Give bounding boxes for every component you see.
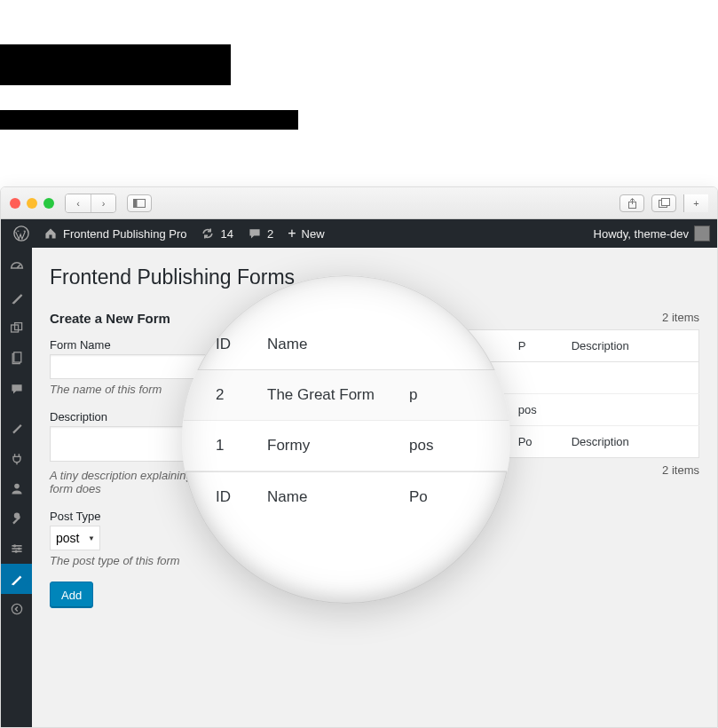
menu-posts[interactable] bbox=[1, 283, 32, 313]
menu-dashboard[interactable] bbox=[1, 253, 32, 283]
menu-settings[interactable] bbox=[1, 534, 32, 564]
mag-col-name-header: Name bbox=[267, 336, 409, 353]
svg-point-10 bbox=[14, 484, 20, 489]
svg-rect-9 bbox=[13, 352, 20, 362]
cell-description bbox=[563, 394, 699, 426]
magnifier-overlay: ID Name 2 The Great Form p 1 Formy pos I… bbox=[182, 275, 510, 604]
cell-description bbox=[563, 362, 699, 394]
updates-count: 14 bbox=[220, 227, 233, 241]
svg-point-15 bbox=[17, 547, 20, 550]
wordpress-icon bbox=[13, 226, 29, 241]
wp-logo-menu[interactable] bbox=[6, 219, 36, 248]
menu-media[interactable] bbox=[1, 313, 32, 344]
mag-col-name-footer: Name bbox=[267, 488, 409, 506]
redacted-subtitle-bar bbox=[0, 110, 298, 130]
mag-cell-id: 1 bbox=[216, 437, 267, 455]
plus-icon: + bbox=[288, 226, 296, 241]
svg-point-16 bbox=[14, 550, 17, 553]
mag-cell-id: 2 bbox=[216, 386, 267, 404]
menu-plugins[interactable] bbox=[1, 443, 32, 473]
cell-posttype bbox=[509, 362, 563, 394]
svg-rect-1 bbox=[134, 199, 138, 207]
mag-header-row: ID Name bbox=[182, 320, 510, 370]
howdy-text: Howdy, theme-dev bbox=[594, 227, 689, 241]
mag-cell-pt: p bbox=[409, 386, 510, 404]
avatar bbox=[694, 226, 710, 241]
post-type-select[interactable]: post bbox=[50, 526, 100, 550]
mag-col-id-header: ID bbox=[216, 336, 267, 353]
redacted-title-bar bbox=[0, 44, 231, 85]
share-button[interactable] bbox=[619, 194, 644, 212]
nav-buttons: ‹ › bbox=[65, 194, 116, 213]
new-tab-button[interactable]: + bbox=[683, 194, 708, 212]
menu-collapse[interactable] bbox=[1, 594, 32, 624]
comments-count: 2 bbox=[267, 227, 273, 241]
menu-users[interactable] bbox=[1, 473, 32, 503]
comment-icon bbox=[248, 226, 262, 241]
menu-frontend-publishing[interactable] bbox=[1, 564, 32, 594]
menu-comments[interactable] bbox=[1, 374, 32, 404]
svg-point-17 bbox=[12, 604, 21, 613]
mag-cell-name: Formy bbox=[267, 437, 409, 455]
mag-cell-pt: pos bbox=[409, 437, 510, 455]
add-button[interactable]: Add bbox=[50, 582, 93, 608]
mag-cell-name: The Great Form bbox=[267, 386, 409, 404]
sidebar-toggle-button[interactable] bbox=[127, 194, 152, 212]
mag-col-id-footer: ID bbox=[216, 488, 267, 506]
col-description-footer[interactable]: Description bbox=[563, 426, 699, 458]
col-posttype-footer[interactable]: Po bbox=[509, 426, 563, 458]
cell-posttype: pos bbox=[509, 394, 563, 426]
close-window-icon[interactable] bbox=[10, 198, 20, 209]
svg-point-14 bbox=[13, 544, 16, 547]
admin-sidebar bbox=[1, 248, 32, 727]
refresh-icon bbox=[201, 226, 215, 241]
maximize-window-icon[interactable] bbox=[43, 198, 54, 209]
mag-col-pt-footer: Po bbox=[409, 488, 510, 506]
new-label: New bbox=[302, 227, 325, 241]
mac-toolbar: ‹ › + bbox=[1, 187, 717, 219]
menu-appearance[interactable] bbox=[1, 413, 32, 443]
mag-row: 2 The Great Form p bbox=[182, 370, 510, 421]
page-feature-header: s ngxxxxxxxxxxxxxx. bbox=[0, 0, 718, 130]
adminbar-account[interactable]: Howdy, theme-dev bbox=[594, 226, 717, 241]
tabs-button[interactable] bbox=[651, 194, 676, 212]
home-icon bbox=[43, 226, 58, 241]
mag-footer-row: ID Name Po bbox=[182, 471, 510, 522]
site-name-text: Frontend Publishing Pro bbox=[63, 227, 186, 241]
forward-button[interactable]: › bbox=[91, 194, 115, 212]
minimize-window-icon[interactable] bbox=[27, 198, 37, 209]
traffic-lights bbox=[10, 198, 54, 209]
col-description-header[interactable]: Description bbox=[563, 330, 699, 362]
mag-row: 1 Formy pos bbox=[182, 421, 510, 471]
comments-link[interactable]: 2 bbox=[241, 219, 280, 248]
site-name-link[interactable]: Frontend Publishing Pro bbox=[36, 219, 193, 248]
back-button[interactable]: ‹ bbox=[66, 194, 91, 212]
menu-tools[interactable] bbox=[1, 503, 32, 534]
wp-adminbar: Frontend Publishing Pro 14 2 + New Howdy… bbox=[1, 219, 717, 248]
new-content-link[interactable]: + New bbox=[280, 219, 331, 248]
col-posttype-header[interactable]: P bbox=[509, 330, 563, 362]
updates-link[interactable]: 14 bbox=[193, 219, 240, 248]
svg-rect-4 bbox=[661, 199, 669, 206]
menu-pages[interactable] bbox=[1, 344, 32, 374]
